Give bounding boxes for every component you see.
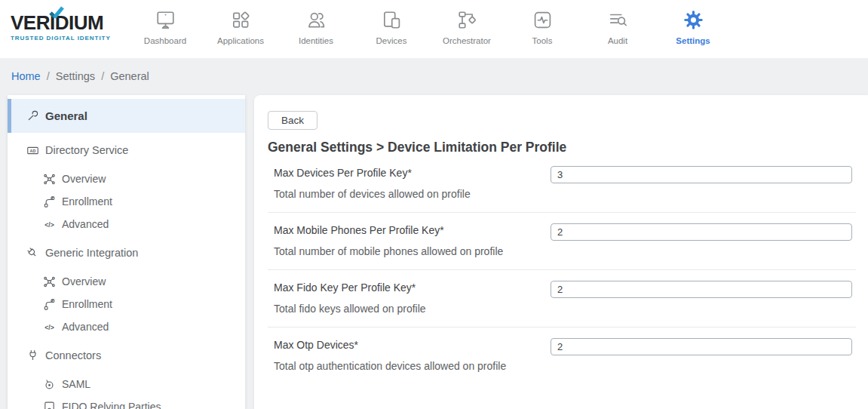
nav-item-identities[interactable]: Identities <box>278 8 354 45</box>
breadcrumb-general: General <box>110 70 149 82</box>
top-nav-items: Dashboard Applications Identities Device… <box>127 0 731 45</box>
active-directory-icon: AD <box>25 143 40 158</box>
brand-check-icon <box>48 6 64 20</box>
dashboard-icon <box>155 8 176 31</box>
back-button[interactable]: Back <box>268 111 317 130</box>
nav-item-orchestrator[interactable]: Orchestrator <box>429 8 505 45</box>
nav-item-audit[interactable]: Audit <box>580 8 655 45</box>
code-icon: </> <box>41 320 57 334</box>
svg-text:</>: </> <box>44 220 54 228</box>
field-row-max-otp-devices: Max Otp Devices* Total otp authenticatio… <box>268 328 856 385</box>
sidebar-item-label: Connectors <box>45 349 101 361</box>
overview-icon <box>41 275 57 289</box>
tools-icon <box>532 8 554 31</box>
sidebar-item-label: Advanced <box>62 321 109 333</box>
sidebar-item-advanced[interactable]: </> Advanced <box>8 213 245 235</box>
sidebar-item-overview[interactable]: Overview <box>8 168 245 190</box>
field-row-max-devices-per-profile-key: Max Devices Per Profile Key* Total numbe… <box>268 155 856 213</box>
orchestrator-icon <box>456 8 478 31</box>
sidebar-item-advanced[interactable]: </> Advanced <box>8 315 245 338</box>
nav-item-label: Devices <box>376 36 407 45</box>
field-input[interactable] <box>551 223 852 241</box>
applications-icon <box>230 8 252 31</box>
breadcrumb-settings[interactable]: Settings <box>56 70 95 82</box>
nav-item-dashboard[interactable]: Dashboard <box>127 8 203 45</box>
field-description: Total number of mobile phones allowed on… <box>274 244 551 259</box>
saml-icon <box>41 377 57 392</box>
nav-item-devices[interactable]: Devices <box>354 8 429 45</box>
brand-tagline: TRUSTED DIGITAL IDENTITY <box>11 35 127 42</box>
devices-icon <box>381 8 403 31</box>
sidebar-item-label: Directory Service <box>45 144 128 156</box>
svg-text:</>: </> <box>44 323 54 331</box>
fido-icon <box>41 400 57 409</box>
field-label: Max Fido Key Per Profile Key* <box>274 281 551 295</box>
sidebar-item-enrollment[interactable]: Enrollment <box>8 293 245 315</box>
nav-item-applications[interactable]: Applications <box>203 8 278 45</box>
nav-item-label: Orchestrator <box>443 36 491 45</box>
sidebar-item-label: Enrollment <box>62 195 112 208</box>
integration-icon <box>25 246 40 260</box>
field-description: Total otp authentication devices allowed… <box>274 359 551 374</box>
sidebar-item-enrollment[interactable]: Enrollment <box>8 190 245 213</box>
top-nav: VERIDIUM TRUSTED DIGITAL IDENTITY Dashbo… <box>0 0 868 58</box>
sidebar-item-generic-integration[interactable]: Generic Integration <box>8 241 245 264</box>
field-input[interactable] <box>551 166 852 183</box>
nav-item-label: Audit <box>608 36 627 45</box>
sidebar: General AD Directory Service Overview En… <box>8 95 245 409</box>
field-description: Total number of devices allowed on profi… <box>274 187 551 201</box>
enrollment-icon <box>41 297 57 312</box>
sidebar-item-saml[interactable]: SAML <box>8 373 245 395</box>
sidebar-item-general[interactable]: General <box>8 99 245 133</box>
breadcrumb: Home/Settings/General <box>0 58 868 95</box>
content: General AD Directory Service Overview En… <box>0 95 868 409</box>
page: VERIDIUM TRUSTED DIGITAL IDENTITY Dashbo… <box>0 0 868 409</box>
field-description: Total fido keys allowed on profile <box>274 302 551 316</box>
sidebar-item-fido-relying-parties[interactable]: FIDO Relying Parties <box>8 395 245 409</box>
wrench-icon <box>25 109 40 123</box>
main-panel: Back General Settings > Device Limitatio… <box>254 95 868 409</box>
field-label: Max Otp Devices* <box>274 338 551 352</box>
nav-item-settings[interactable]: Settings <box>655 8 731 45</box>
plug-icon <box>25 349 40 363</box>
nav-item-tools[interactable]: Tools <box>505 8 580 45</box>
identities-icon <box>305 8 327 31</box>
field-input[interactable] <box>551 338 852 355</box>
nav-item-label: Identities <box>299 36 333 45</box>
svg-text:AD: AD <box>29 148 35 152</box>
field-row-max-fido-key-per-profile-key: Max Fido Key Per Profile Key* Total fido… <box>268 270 856 328</box>
enrollment-icon <box>41 195 57 209</box>
code-icon: </> <box>41 217 57 232</box>
breadcrumb-separator: / <box>101 70 104 82</box>
sidebar-item-label: Overview <box>62 275 106 288</box>
overview-icon <box>41 172 57 186</box>
sidebar-item-label: FIDO Relying Parties <box>62 401 161 409</box>
nav-item-label: Dashboard <box>144 36 186 45</box>
nav-item-label: Tools <box>532 36 553 45</box>
settings-icon <box>682 8 704 31</box>
field-input[interactable] <box>551 281 852 298</box>
sidebar-item-label: Generic Integration <box>45 247 138 259</box>
sidebar-item-label: Overview <box>62 173 106 185</box>
field-row-max-mobile-phones-per-profile-key: Max Mobile Phones Per Profile Key* Total… <box>268 213 856 270</box>
sidebar-item-overview[interactable]: Overview <box>8 270 245 293</box>
fields-form: Max Devices Per Profile Key* Total numbe… <box>268 155 856 385</box>
breadcrumb-separator: / <box>47 70 50 82</box>
nav-item-label: Applications <box>217 36 264 45</box>
nav-item-label: Settings <box>676 36 710 45</box>
sidebar-item-label: Advanced <box>62 218 109 230</box>
sidebar-item-label: Enrollment <box>62 298 112 310</box>
sidebar-item-directory-service[interactable]: AD Directory Service <box>8 139 245 161</box>
brand-name: VERIDIUM <box>11 13 127 32</box>
sidebar-item-label: General <box>45 109 87 122</box>
veridium-logo[interactable]: VERIDIUM TRUSTED DIGITAL IDENTITY <box>11 13 127 42</box>
sidebar-item-connectors[interactable]: Connectors <box>8 344 245 367</box>
page-title: General Settings > Device Limitation Per… <box>268 140 856 155</box>
field-label: Max Devices Per Profile Key* <box>274 166 551 180</box>
field-label: Max Mobile Phones Per Profile Key* <box>274 223 551 238</box>
sidebar-item-label: SAML <box>62 378 90 390</box>
audit-icon <box>607 8 629 31</box>
breadcrumb-home[interactable]: Home <box>11 70 41 82</box>
